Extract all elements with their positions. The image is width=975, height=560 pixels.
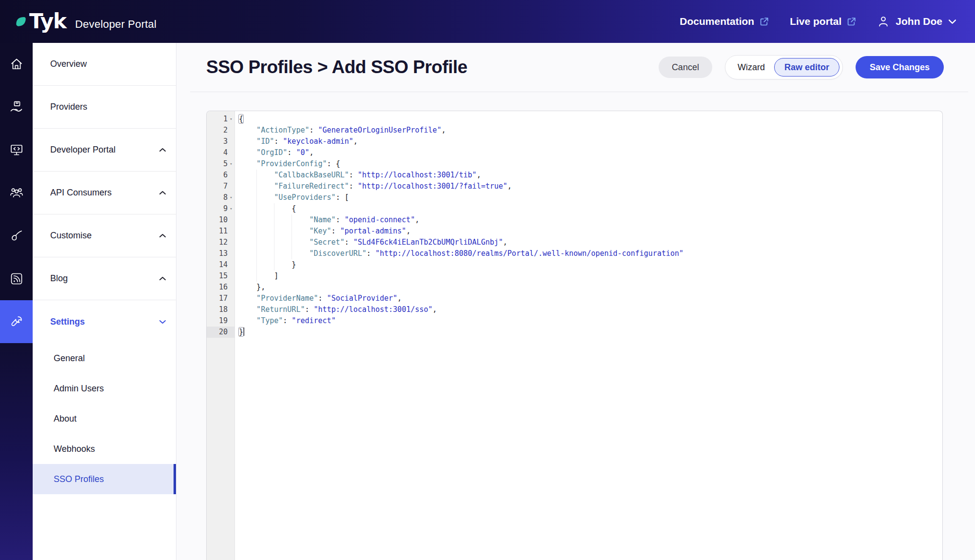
chevron-up-icon — [159, 148, 166, 152]
gutter-line: 5▾ — [207, 158, 234, 170]
toggle-option-raw-editor[interactable]: Raw editor — [774, 58, 839, 77]
code-line[interactable]: "ID": "keycloak-admin", — [239, 136, 942, 147]
fold-toggle-icon[interactable]: ▾ — [228, 158, 234, 170]
rail-item-customise[interactable] — [0, 214, 33, 257]
editor-gutter: 1▾2345▾678▾9▾1011121314151617181920 — [207, 111, 235, 560]
code-line[interactable]: "Key": "portal-admins", — [239, 226, 942, 237]
home-icon — [9, 57, 24, 72]
code-lines[interactable]: {"ActionType": "GenerateOrLoginUserProfi… — [235, 111, 942, 560]
code-line[interactable]: "ActionType": "GenerateOrLoginUserProfil… — [239, 125, 942, 136]
chevron-up-icon — [159, 233, 166, 238]
line-number: 15 — [219, 270, 228, 282]
sidebar-subitem-admin-users[interactable]: Admin Users — [33, 373, 176, 404]
gutter-line: 2 — [207, 125, 234, 136]
code-line[interactable]: "ReturnURL": "http://localhost:3001/sso"… — [239, 304, 942, 315]
editor-mode-toggle: WizardRaw editor — [725, 55, 843, 79]
user-menu[interactable]: John Doe — [877, 15, 956, 28]
gutter-line: 16 — [207, 282, 234, 293]
gutter-line: 14 — [207, 259, 234, 270]
code-line[interactable]: "OrgID": "0", — [239, 147, 942, 158]
live-portal-link[interactable]: Live portal — [790, 16, 857, 27]
chevron-down-icon — [948, 19, 956, 24]
code-line[interactable]: { — [239, 114, 942, 125]
line-number: 12 — [219, 237, 228, 248]
line-number: 17 — [219, 293, 228, 304]
sidebar-subitem-label: Admin Users — [54, 384, 104, 394]
fold-toggle-icon[interactable]: ▾ — [228, 192, 234, 203]
header-divider — [190, 92, 968, 92]
gutter-line: 8▾ — [207, 192, 234, 203]
line-number: 7 — [223, 181, 228, 192]
code-line[interactable]: "Type": "redirect" — [239, 315, 942, 327]
sidebar-subitem-sso-profiles[interactable]: SSO Profiles — [33, 464, 176, 494]
text-cursor — [243, 328, 244, 336]
json-code-editor[interactable]: 1▾2345▾678▾9▾1011121314151617181920 {"Ac… — [206, 111, 943, 560]
rail-item-api-consumers[interactable] — [0, 172, 33, 214]
gutter-line: 18 — [207, 304, 234, 315]
sidebar-item-api-consumers[interactable]: API Consumers — [33, 172, 176, 214]
sidebar-item-label: Overview — [50, 59, 87, 69]
sidebar-subitem-label: Webhooks — [54, 444, 95, 454]
blog-icon — [9, 271, 24, 287]
rail-item-providers[interactable] — [0, 86, 33, 129]
code-line[interactable]: "Name": "openid-connect", — [239, 214, 942, 226]
sidebar-item-customise[interactable]: Customise — [33, 214, 176, 257]
rail-item-blog[interactable] — [0, 257, 33, 300]
gutter-line: 11 — [207, 226, 234, 237]
fold-toggle-icon[interactable]: ▾ — [228, 114, 234, 125]
sidebar-item-providers[interactable]: Providers — [33, 86, 176, 129]
sidebar-item-developer-portal[interactable]: Developer Portal — [33, 129, 176, 172]
documentation-link[interactable]: Documentation — [680, 16, 769, 27]
sidebar-subitem-about[interactable]: About — [33, 404, 176, 434]
gutter-line: 19 — [207, 315, 234, 327]
line-number: 20 — [219, 327, 228, 338]
sidebar-subitem-general[interactable]: General — [33, 343, 176, 373]
sidebar-subitem-label: General — [54, 353, 85, 364]
code-line[interactable]: } — [239, 259, 942, 270]
line-number: 10 — [219, 214, 228, 226]
code-line[interactable]: "FailureRedirect": "http://localhost:300… — [239, 181, 942, 192]
line-number: 2 — [223, 125, 228, 136]
gutter-line: 7 — [207, 181, 234, 192]
gutter-line: 12 — [207, 237, 234, 248]
settings-icon — [8, 313, 25, 330]
rail-item-home[interactable] — [0, 43, 33, 86]
code-line[interactable]: "Secret": "SLd4F6ck4iELanTb2CbUMQrliDALG… — [239, 237, 942, 248]
code-line[interactable]: } — [239, 327, 942, 338]
line-number: 3 — [223, 136, 228, 147]
top-header: Tyk Developer Portal Documentation Live … — [0, 0, 975, 43]
documentation-label: Documentation — [680, 16, 754, 27]
rail-item-developer-portal[interactable] — [0, 129, 33, 172]
line-number: 6 — [223, 170, 228, 181]
fold-toggle-icon[interactable]: ▾ — [228, 203, 234, 214]
rail-item-settings[interactable] — [0, 300, 33, 343]
live-portal-label: Live portal — [790, 16, 841, 27]
gutter-line: 13 — [207, 248, 234, 259]
code-line[interactable]: "CallbackBaseURL": "http://localhost:300… — [239, 170, 942, 181]
api-consumers-icon — [8, 185, 25, 201]
code-line[interactable]: "UseProviders": [ — [239, 192, 942, 203]
sidebar-item-blog[interactable]: Blog — [33, 257, 176, 300]
code-line[interactable]: }, — [239, 282, 942, 293]
gutter-line: 10 — [207, 214, 234, 226]
code-line[interactable]: "DiscoverURL": "http://localhost:8080/re… — [239, 248, 942, 259]
sidebar-item-overview[interactable]: Overview — [33, 43, 176, 86]
save-changes-button[interactable]: Save Changes — [856, 56, 944, 78]
gutter-line: 4 — [207, 147, 234, 158]
tyk-leaf-icon — [15, 16, 27, 27]
code-line[interactable]: "ProviderName": "SocialProvider", — [239, 293, 942, 304]
sidebar-item-settings[interactable]: Settings — [33, 300, 176, 343]
gutter-line: 1▾ — [207, 114, 234, 125]
code-line[interactable]: { — [239, 203, 942, 214]
sidebar-subitem-webhooks[interactable]: Webhooks — [33, 434, 176, 464]
cancel-button[interactable]: Cancel — [659, 57, 712, 78]
sidebar-nav: OverviewProvidersDeveloper PortalAPI Con… — [33, 43, 176, 560]
code-line[interactable]: "ProviderConfig": { — [239, 158, 942, 170]
toggle-option-wizard[interactable]: Wizard — [728, 58, 774, 77]
main-content: SSO Profiles > Add SSO Profile Cancel Wi… — [177, 43, 975, 560]
code-line[interactable]: ] — [239, 270, 942, 282]
page-title: SSO Profiles > Add SSO Profile — [206, 57, 468, 77]
line-number: 5 — [223, 158, 228, 170]
external-link-icon — [846, 17, 857, 27]
gutter-line: 6 — [207, 170, 234, 181]
